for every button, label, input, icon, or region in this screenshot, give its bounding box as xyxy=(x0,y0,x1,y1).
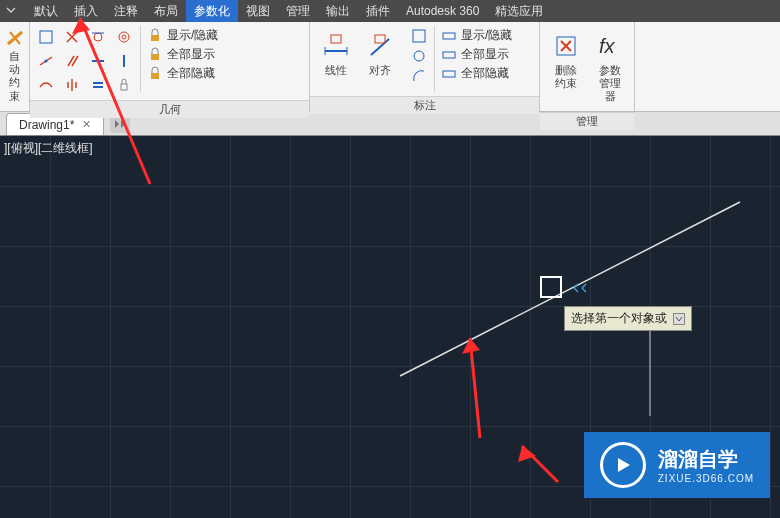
svg-rect-19 xyxy=(375,35,385,43)
svg-point-5 xyxy=(45,60,48,63)
param-manager-label: 参数 管理器 xyxy=(594,64,626,104)
constraint-parallel-icon[interactable] xyxy=(60,50,84,72)
constraint-coincident-icon[interactable] xyxy=(34,26,58,48)
panel-dimension: 线性 对齐 显示/隐藏 全部显示 xyxy=(310,22,540,111)
dim-icon-c[interactable] xyxy=(408,66,430,86)
tooltip-menu-icon[interactable] xyxy=(673,313,685,325)
delete-constraints-button[interactable]: 删除 约束 xyxy=(544,26,588,94)
drawing-canvas[interactable]: ][俯视][二维线框] 选择第一个对象或 溜溜自学 ZIXU xyxy=(0,136,780,518)
app-menu-icon[interactable] xyxy=(4,4,18,18)
linear-dim-label: 线性 xyxy=(325,64,347,77)
lock-all-hide-icon xyxy=(147,66,163,82)
svg-rect-10 xyxy=(121,84,127,90)
svg-rect-23 xyxy=(443,52,455,58)
constraint-glyph-icon xyxy=(572,282,588,294)
constraint-equal-icon[interactable] xyxy=(86,74,110,96)
svg-rect-13 xyxy=(151,73,159,79)
menu-layout[interactable]: 布局 xyxy=(146,0,186,22)
constraint-concentric-icon[interactable] xyxy=(112,26,136,48)
auto-constrain-label1: 自动 xyxy=(9,50,20,75)
panel-geometry-title[interactable]: 几何 xyxy=(30,100,309,118)
constraint-symmetric-icon[interactable] xyxy=(60,74,84,96)
svg-point-1 xyxy=(94,33,102,41)
panel-auto-constrain: 自动 约束 xyxy=(0,22,30,111)
menu-featured[interactable]: 精选应用 xyxy=(487,0,551,22)
svg-text:fx: fx xyxy=(599,35,616,57)
constraint-perpendicular-icon[interactable] xyxy=(60,26,84,48)
tooltip-text: 选择第一个对象或 xyxy=(571,310,667,327)
constraint-collinear-icon[interactable] xyxy=(34,50,58,72)
linear-dim-icon xyxy=(320,30,352,62)
menu-plugins[interactable]: 插件 xyxy=(358,0,398,22)
dim-show-hide[interactable]: 显示/隐藏 xyxy=(439,26,514,45)
menu-insert[interactable]: 插入 xyxy=(66,0,106,22)
dim-all-show-icon xyxy=(441,47,457,63)
menu-manage[interactable]: 管理 xyxy=(278,0,318,22)
svg-line-27 xyxy=(400,202,740,376)
menu-view[interactable]: 视图 xyxy=(238,0,278,22)
svg-rect-0 xyxy=(40,31,52,43)
play-icon xyxy=(600,442,646,488)
auto-constrain-icon[interactable] xyxy=(4,28,26,50)
menubar: 默认 插入 注释 布局 参数化 视图 管理 输出 插件 Autodesk 360… xyxy=(0,0,780,22)
align-dim-button[interactable]: 对齐 xyxy=(358,26,402,81)
menu-output[interactable]: 输出 xyxy=(318,0,358,22)
constraint-smooth-icon[interactable] xyxy=(34,74,58,96)
svg-marker-35 xyxy=(618,458,630,472)
dim-show-hide-icon xyxy=(441,28,457,44)
close-icon[interactable]: ✕ xyxy=(82,118,91,131)
constraint-horizontal-icon[interactable] xyxy=(86,50,110,72)
param-manager-button[interactable]: fx 参数 管理器 xyxy=(588,26,632,108)
svg-point-3 xyxy=(119,32,129,42)
svg-point-21 xyxy=(414,51,424,61)
watermark-title: 溜溜自学 xyxy=(658,446,754,473)
geom-all-show-label: 全部显示 xyxy=(167,46,215,63)
svg-rect-11 xyxy=(151,35,159,41)
auto-constrain-label2: 约束 xyxy=(9,76,20,101)
align-dim-label: 对齐 xyxy=(369,64,391,77)
lock-all-show-icon xyxy=(147,47,163,63)
dim-show-hide-label: 显示/隐藏 xyxy=(461,27,512,44)
dim-all-hide-icon xyxy=(441,66,457,82)
dim-all-hide-label: 全部隐藏 xyxy=(461,65,509,82)
geom-all-hide-label: 全部隐藏 xyxy=(167,65,215,82)
fx-icon: fx xyxy=(594,30,626,62)
constraint-fix-icon[interactable] xyxy=(112,74,136,96)
crosshair-cursor xyxy=(540,276,562,298)
menu-parametric[interactable]: 参数化 xyxy=(186,0,238,22)
svg-rect-22 xyxy=(443,33,455,39)
menu-default[interactable]: 默认 xyxy=(26,0,66,22)
command-tooltip: 选择第一个对象或 xyxy=(564,306,692,331)
geom-all-hide[interactable]: 全部隐藏 xyxy=(145,64,220,83)
geom-show-hide-label: 显示/隐藏 xyxy=(167,27,218,44)
constraint-tangent-icon[interactable] xyxy=(86,26,110,48)
dim-all-show[interactable]: 全部显示 xyxy=(439,45,514,64)
delete-constraints-icon xyxy=(550,30,582,62)
ribbon: 自动 约束 xyxy=(0,22,780,112)
geom-show-hide[interactable]: 显示/隐藏 xyxy=(145,26,220,45)
svg-rect-17 xyxy=(331,35,341,43)
dim-all-show-label: 全部显示 xyxy=(461,46,509,63)
svg-line-18 xyxy=(371,39,389,55)
delete-constraints-label: 删除 约束 xyxy=(555,64,577,90)
geom-all-show[interactable]: 全部显示 xyxy=(145,45,220,64)
constraint-vertical-icon[interactable] xyxy=(112,50,136,72)
dim-icon-b[interactable] xyxy=(408,46,430,66)
panel-geometry: 显示/隐藏 全部显示 全部隐藏 几何 xyxy=(30,22,310,111)
svg-point-4 xyxy=(122,35,126,39)
align-dim-icon xyxy=(364,30,396,62)
file-tab-label: Drawing1* xyxy=(19,118,74,132)
watermark-subtitle: ZIXUE.3D66.COM xyxy=(658,473,754,484)
dim-icon-a[interactable] xyxy=(408,26,430,46)
panel-dimension-title[interactable]: 标注 xyxy=(310,96,539,114)
svg-rect-12 xyxy=(151,54,159,60)
svg-rect-20 xyxy=(413,30,425,42)
dim-all-hide[interactable]: 全部隐藏 xyxy=(439,64,514,83)
menu-annotate[interactable]: 注释 xyxy=(106,0,146,22)
linear-dim-button[interactable]: 线性 xyxy=(314,26,358,81)
panel-manage-title[interactable]: 管理 xyxy=(540,112,634,130)
menu-autodesk360[interactable]: Autodesk 360 xyxy=(398,0,487,22)
svg-rect-24 xyxy=(443,71,455,77)
panel-manage: 删除 约束 fx 参数 管理器 管理 xyxy=(540,22,635,111)
lock-show-hide-icon xyxy=(147,28,163,44)
